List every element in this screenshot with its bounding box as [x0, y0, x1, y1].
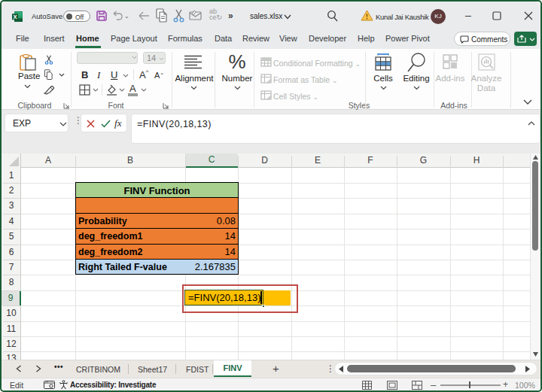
- svg-text:X: X: [14, 14, 17, 20]
